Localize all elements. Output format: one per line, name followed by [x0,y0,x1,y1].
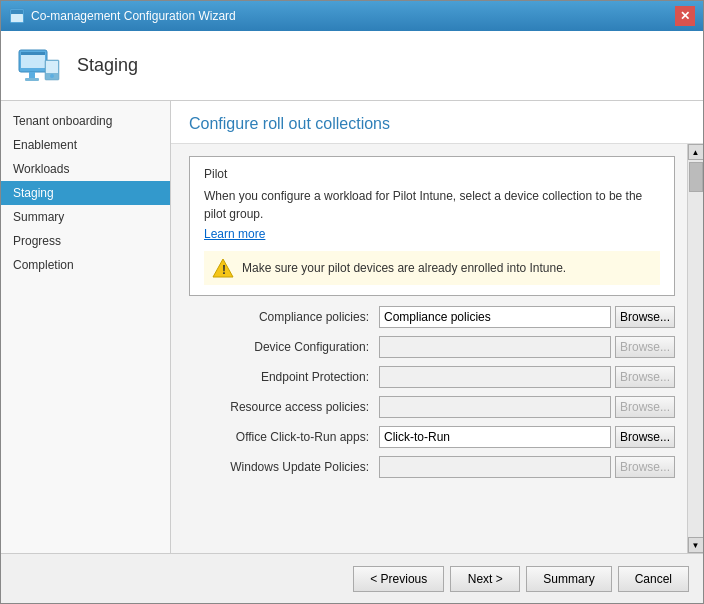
form-label-5: Windows Update Policies: [189,460,379,474]
sidebar-item-completion[interactable]: Completion [1,253,170,277]
form-row-4: Office Click-to-Run apps:Browse... [189,426,675,448]
form-row-0: Compliance policies:Browse... [189,306,675,328]
sidebar-item-staging[interactable]: Staging [1,181,170,205]
form-input-0[interactable] [379,306,611,328]
svg-rect-1 [11,14,23,22]
sidebar: Tenant onboardingEnablementWorkloadsStag… [1,101,171,553]
page-title: Configure roll out collections [171,101,703,144]
browse-button-3[interactable]: Browse... [615,396,675,418]
title-bar: Co-management Configuration Wizard ✕ [1,1,703,31]
sidebar-item-summary[interactable]: Summary [1,205,170,229]
browse-button-2[interactable]: Browse... [615,366,675,388]
svg-rect-9 [46,61,58,73]
form-row-1: Device Configuration:Browse... [189,336,675,358]
svg-rect-2 [11,10,23,14]
next-button[interactable]: Next > [450,566,520,592]
form-row-2: Endpoint Protection:Browse... [189,366,675,388]
window-icon [9,8,25,24]
browse-button-1[interactable]: Browse... [615,336,675,358]
sidebar-item-enablement[interactable]: Enablement [1,133,170,157]
svg-rect-7 [25,78,39,81]
main-area: Configure roll out collections Pilot Whe… [171,101,703,553]
content: Tenant onboardingEnablementWorkloadsStag… [1,101,703,553]
pilot-group-box: Pilot When you configure a workload for … [189,156,675,296]
header-icon [15,42,63,90]
form-input-5[interactable] [379,456,611,478]
main-inner: Configure roll out collections Pilot Whe… [171,101,703,553]
form-input-4[interactable] [379,426,611,448]
title-bar-left: Co-management Configuration Wizard [9,8,236,24]
header: Staging [1,31,703,101]
form-row-5: Windows Update Policies:Browse... [189,456,675,478]
svg-text:!: ! [222,263,226,277]
warning-text: Make sure your pilot devices are already… [242,261,566,275]
form-label-0: Compliance policies: [189,310,379,324]
form-label-2: Endpoint Protection: [189,370,379,384]
header-title: Staging [77,55,138,76]
browse-button-4[interactable]: Browse... [615,426,675,448]
scroll-area: Pilot When you configure a workload for … [171,144,703,553]
sidebar-item-tenant-onboarding[interactable]: Tenant onboarding [1,109,170,133]
wizard-window: Co-management Configuration Wizard ✕ Sta… [0,0,704,604]
browse-button-0[interactable]: Browse... [615,306,675,328]
scroll-up-button[interactable]: ▲ [688,144,704,160]
cancel-button[interactable]: Cancel [618,566,689,592]
form-section: Compliance policies:Browse...Device Conf… [189,306,675,486]
sidebar-item-workloads[interactable]: Workloads [1,157,170,181]
svg-rect-6 [29,72,35,78]
form-row-3: Resource access policies:Browse... [189,396,675,418]
sidebar-item-progress[interactable]: Progress [1,229,170,253]
pilot-desc: When you configure a workload for Pilot … [204,187,660,223]
previous-button[interactable]: < Previous [353,566,444,592]
browse-button-5[interactable]: Browse... [615,456,675,478]
title-bar-title: Co-management Configuration Wizard [31,9,236,23]
form-input-2[interactable] [379,366,611,388]
svg-point-10 [50,74,54,78]
scroll-thumb[interactable] [689,162,703,192]
svg-rect-5 [21,52,45,55]
learn-more-link[interactable]: Learn more [204,227,265,241]
scroll-down-button[interactable]: ▼ [688,537,704,553]
warning-row: ! Make sure your pilot devices are alrea… [204,251,660,285]
form-input-1[interactable] [379,336,611,358]
form-input-3[interactable] [379,396,611,418]
footer: < Previous Next > Summary Cancel [1,553,703,603]
scrollbar[interactable]: ▲ ▼ [687,144,703,553]
pilot-group-legend: Pilot [204,167,660,181]
warning-icon: ! [212,257,234,279]
summary-button[interactable]: Summary [526,566,611,592]
form-label-1: Device Configuration: [189,340,379,354]
form-label-3: Resource access policies: [189,400,379,414]
form-label-4: Office Click-to-Run apps: [189,430,379,444]
close-button[interactable]: ✕ [675,6,695,26]
